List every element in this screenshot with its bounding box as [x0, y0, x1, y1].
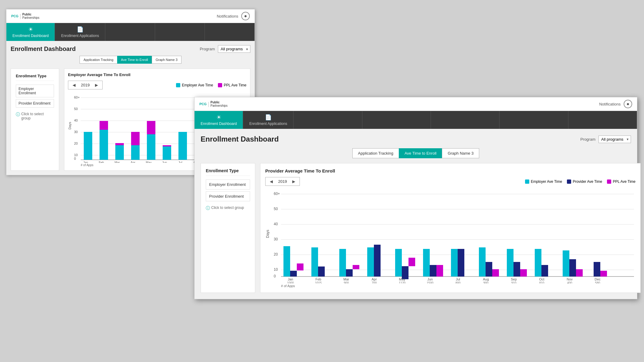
header-right: Notifications ● [217, 12, 250, 20]
program-selector: Program All programs [200, 45, 250, 53]
bar2-aug-emp [479, 247, 486, 277]
user-icon2[interactable]: ● [624, 100, 632, 108]
employer-enrollment-item2[interactable]: Employer Enrollment [206, 179, 250, 189]
provider-enrollment-item2[interactable]: Provider Enrollment [206, 191, 250, 201]
page-title-row2: Enrollment Dashboard Program All program… [201, 135, 631, 143]
prev-year-btn[interactable]: ◀ [71, 82, 77, 88]
graph-tab2-ave-time[interactable]: Ave Time to Enroll [399, 148, 442, 158]
svg-text:580: 580 [595, 281, 600, 283]
svg-text:1500: 1500 [427, 281, 434, 283]
year-label: 2019 [79, 83, 91, 87]
legend2-label-provider: Provider Ave Time [573, 179, 602, 184]
logo-pcg2: PCG [199, 102, 207, 106]
nav-tab2-enrollment-applications[interactable]: 📄 Enrollment Applications [243, 111, 293, 129]
chart-svg2: 60+ 50 40 30 20 10 0 Days [265, 189, 636, 283]
bar-may-ppl [147, 121, 155, 134]
bar2-aug-ppl [492, 269, 499, 277]
legend-employer: Employer Ave Time [176, 83, 213, 87]
nav-tab2-enrollment-dashboard[interactable]: ☀ Enrollment Dashboard [195, 111, 243, 129]
svg-text:900: 900 [483, 281, 489, 283]
x-axis-label2: # of Apps [281, 284, 636, 288]
bar2-jan-emp [283, 246, 290, 277]
graph-tab-graph3[interactable]: Graph Name 3 [152, 56, 181, 64]
bar2-may-ppl [408, 258, 415, 266]
bar-mar-employer [115, 145, 124, 160]
enrollment-type-title: Enrollment Type [16, 74, 54, 81]
bar2-oct-emp [535, 249, 541, 277]
bar2-mar-emp [339, 249, 346, 277]
nav-spacer [105, 23, 155, 41]
program-select-wrapper[interactable]: All programs [218, 45, 250, 53]
enrollment-type-panel2: Enrollment Type Employer Enrollment Prov… [201, 163, 255, 293]
info-icon2: ⓘ [206, 206, 210, 211]
legend2-label-ppl: PPL Ave Time [613, 179, 636, 184]
legend2-color-provider [567, 179, 571, 184]
bar2-sep-prov [514, 262, 520, 277]
legend: Employer Ave Time PPL Ave Time [176, 83, 246, 87]
bar2-jun-ppl [436, 265, 443, 277]
next-year-btn2[interactable]: ▶ [291, 179, 297, 184]
bar2-sep-emp [507, 249, 514, 277]
window2-content: Enrollment Dashboard Program All program… [195, 129, 637, 299]
graph-tab-ave-time[interactable]: Ave Time to Enroll [117, 56, 152, 64]
user-icon[interactable]: ● [241, 12, 250, 20]
prev-year-btn2[interactable]: ◀ [269, 179, 274, 184]
program-select[interactable]: All programs [218, 45, 250, 53]
bar2-feb-prov [318, 266, 325, 277]
info-icon: ⓘ [16, 112, 20, 117]
graph-tab2-graph3[interactable]: Graph Name 3 [442, 148, 479, 158]
nav-spacer3 [205, 23, 255, 41]
notifications-label: Notifications [217, 14, 238, 18]
year-nav: ◀ 2019 ▶ [68, 81, 103, 89]
svg-text:Days: Days [68, 122, 72, 129]
employer-enrollment-item[interactable]: Employer Enrollment [16, 85, 54, 97]
program-select2[interactable]: All programs [598, 136, 631, 143]
svg-text:800: 800 [456, 281, 461, 283]
graph-tabs2: Application Tracking Ave Time to Enroll … [201, 148, 631, 158]
legend2-ppl: PPL Ave Time [607, 179, 636, 184]
bar-apr-employer [131, 145, 140, 160]
nav-spacer2-1 [293, 111, 362, 129]
nav-tab-enrollment-applications[interactable]: 📄 Enrollment Applications [55, 23, 105, 41]
bar-jun-employer [163, 146, 171, 160]
nav-spacer2-3 [431, 111, 500, 129]
applications-icon: 📄 [77, 26, 83, 33]
svg-text:May: May [399, 277, 405, 281]
page-title2: Enrollment Dashboard [201, 135, 279, 143]
next-year-btn[interactable]: ▶ [94, 82, 99, 88]
svg-text:10: 10 [274, 267, 278, 272]
enrollment-type-title2: Enrollment Type [206, 168, 250, 176]
bar2-apr-emp [367, 247, 374, 277]
legend2-employer: Employer Ave Time [525, 179, 562, 184]
bar-jan-employer [84, 132, 92, 160]
program-select-wrapper2[interactable]: All programs [598, 136, 631, 143]
graph-tab2-app-tracking[interactable]: Application Tracking [352, 148, 399, 158]
window2: PCG | Public Partnerships Notifications … [194, 97, 637, 299]
provider-enrollment-item[interactable]: Provider Enrollment [16, 99, 54, 108]
bar-apr-ppl [131, 132, 140, 145]
svg-text:Apr: Apr [371, 277, 377, 281]
bar-jul-employer [178, 132, 187, 160]
bar2-sep-ppl [520, 269, 527, 277]
logo-divider: | [20, 13, 21, 19]
bar2-dec-ppl [600, 271, 607, 277]
window1-nav: ☀ Enrollment Dashboard 📄 Enrollment Appl… [6, 23, 255, 41]
legend2-provider: Provider Ave Time [567, 179, 602, 184]
svg-text:910: 910 [511, 281, 517, 283]
chart-controls2: ◀ 2019 ▶ Employer Ave Time Provider Ave … [265, 177, 636, 186]
nav-tab-enrollment-dashboard[interactable]: ☀ Enrollment Dashboard [6, 23, 55, 41]
graph-tab-app-tracking[interactable]: Application Tracking [80, 56, 117, 64]
year-nav2: ◀ 2019 ▶ [265, 177, 300, 186]
svg-text:10: 10 [74, 153, 78, 157]
dashboard-icon2: ☀ [216, 114, 221, 121]
svg-text:Jun: Jun [162, 161, 167, 163]
nav-spacer2-4 [500, 111, 568, 129]
svg-text:Jan: Jan [288, 277, 293, 281]
svg-text:Dec: Dec [595, 277, 601, 281]
svg-text:50: 50 [274, 207, 278, 211]
nav-spacer2-2 [362, 111, 431, 129]
bar-feb-employer [100, 130, 108, 160]
bar2-dec-prov [594, 262, 600, 277]
svg-text:0: 0 [274, 274, 276, 278]
nav-tab-label: Enrollment Applications [61, 34, 99, 38]
